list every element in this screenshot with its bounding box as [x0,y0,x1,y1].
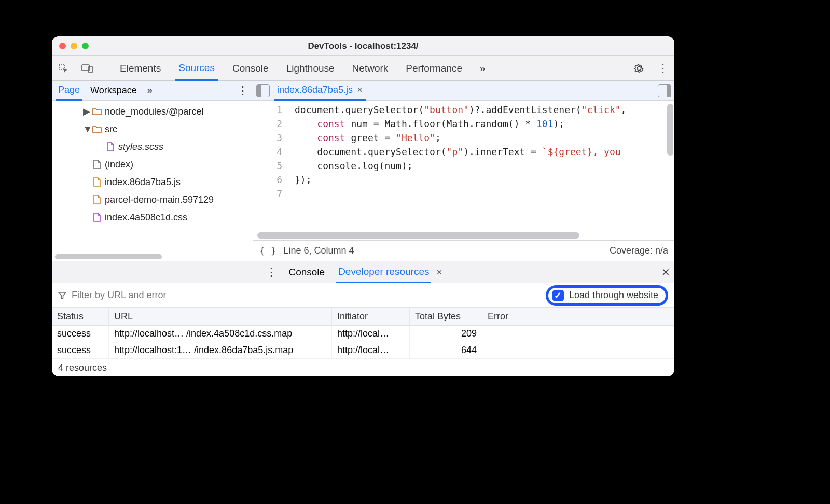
titlebar: DevTools - localhost:1234/ [52,36,674,56]
tab-elements[interactable]: Elements [117,56,164,80]
devtools-window: DevTools - localhost:1234/ ElementsSourc… [52,36,674,376]
coverage-status: Coverage: n/a [610,245,668,256]
tree-folder[interactable]: ▶node_modules/@parcel [52,103,253,120]
navigator-panel: PageWorkspace » ⋮ ▶node_modules/@parcel▼… [52,81,253,261]
tree-label: node_modules/@parcel [105,106,203,117]
column-header[interactable]: Status [52,308,109,326]
navigator-tab-workspace[interactable]: Workspace [88,81,139,100]
tree-label: (index) [105,159,133,170]
navigator-hscrollbar[interactable] [52,253,253,261]
tree-label: src [105,124,117,135]
tree-file[interactable]: (index) [52,156,253,173]
window-title: DevTools - localhost:1234/ [52,41,674,51]
tab-sources[interactable]: Sources [175,57,218,81]
tab-performance[interactable]: Performance [403,56,465,80]
checkbox-checked-icon[interactable]: ✓ [552,290,564,301]
navigator-tabs: PageWorkspace » ⋮ [52,81,253,101]
navigator-overflow[interactable]: » [145,81,155,100]
tabs-overflow[interactable]: » [477,56,489,80]
close-drawer-icon[interactable]: ✕ [661,266,670,278]
tree-file[interactable]: index.4a508c1d.css [52,208,253,226]
load-through-label: Load through website [569,290,658,301]
cell-error[interactable] [482,342,674,359]
editor-panel: index.86da7ba5.js × 1234567 document.que… [253,81,674,261]
close-tab-icon[interactable]: × [357,85,363,95]
cell-status[interactable]: success [52,342,109,359]
divider [105,62,105,75]
code-text[interactable]: document.querySelector("button")?.addEve… [289,101,674,231]
cell-bytes[interactable]: 209 [410,326,482,342]
cell-initiator[interactable]: http://local… [332,326,410,342]
drawer-panel: ⋮ ConsoleDeveloper resources × ✕ ✓ Load … [52,261,674,376]
tab-lighthouse[interactable]: Lighthouse [283,56,338,80]
tree-label: index.86da7ba5.js [105,177,181,188]
column-header[interactable]: Initiator [332,308,410,326]
filter-input[interactable] [72,290,541,301]
tree-label: styles.scss [118,142,163,152]
cell-url[interactable]: http://localhost:1… /index.86da7ba5.js.m… [109,342,332,359]
tree-file[interactable]: parcel-demo-main.597129 [52,191,253,208]
tree-label: parcel-demo-main.597129 [105,194,214,205]
code-area[interactable]: 1234567 document.querySelector("button")… [253,101,674,231]
cell-status[interactable]: success [52,326,109,342]
editor-tabs: index.86da7ba5.js × [253,81,674,101]
tab-network[interactable]: Network [349,56,392,80]
drawer-tabs: ⋮ ConsoleDeveloper resources × ✕ [52,261,674,283]
cell-error[interactable] [482,326,674,342]
cell-bytes[interactable]: 644 [410,342,482,359]
settings-gear-icon[interactable] [633,62,645,75]
show-sidebar-icon[interactable] [658,84,671,97]
kebab-menu-icon[interactable]: ⋮ [657,62,669,75]
load-through-website-toggle[interactable]: ✓ Load through website [546,285,668,306]
pretty-print-icon[interactable]: { } [259,245,276,256]
navigator-tab-page[interactable]: Page [56,81,82,101]
navigator-kebab-icon[interactable]: ⋮ [237,84,248,97]
tree-file[interactable]: styles.scss [52,138,253,156]
drawer-kebab-icon[interactable]: ⋮ [266,265,277,279]
column-header[interactable]: Total Bytes [410,308,482,326]
editor-vscrollbar[interactable] [667,104,673,156]
editor-tab-label: index.86da7ba5.js [277,85,353,95]
drawer-tab-console[interactable]: Console [286,261,327,283]
filter-row: ✓ Load through website [52,283,674,308]
inspect-icon[interactable] [57,62,70,75]
show-navigator-icon[interactable] [256,84,270,97]
tree-file[interactable]: index.86da7ba5.js [52,173,253,191]
tree-label: index.4a508c1d.css [105,212,187,223]
drawer-status: 4 resources [52,359,674,376]
device-toggle-icon[interactable] [81,62,93,75]
tree-folder[interactable]: ▼src [52,120,253,138]
line-gutter: 1234567 [253,101,289,231]
filter-icon[interactable] [58,291,66,300]
svg-rect-1 [82,65,89,71]
editor-tab[interactable]: index.86da7ba5.js × [274,81,366,101]
twisty-icon[interactable]: ▼ [83,124,89,135]
main-tabs: ElementsSourcesConsoleLighthouseNetworkP… [52,56,674,81]
drawer-tab-developer-resources[interactable]: Developer resources [336,262,431,283]
cursor-position: Line 6, Column 4 [284,245,354,256]
resources-table[interactable]: StatusURLInitiatorTotal BytesErrorsucces… [52,308,674,359]
workspace: PageWorkspace » ⋮ ▶node_modules/@parcel▼… [52,81,674,261]
file-tree[interactable]: ▶node_modules/@parcel▼srcstyles.scss(ind… [52,101,253,253]
column-header[interactable]: Error [482,308,674,326]
cell-initiator[interactable]: http://local… [332,342,410,359]
drawer-tab-close-icon[interactable]: × [436,267,442,278]
column-header[interactable]: URL [109,308,332,326]
cell-url[interactable]: http://localhost… /index.4a508c1d.css.ma… [109,326,332,342]
tab-console[interactable]: Console [229,56,272,80]
twisty-icon[interactable]: ▶ [83,106,89,117]
editor-hscrollbar[interactable] [253,231,674,240]
editor-statusbar: { } Line 6, Column 4 Coverage: n/a [253,240,674,261]
